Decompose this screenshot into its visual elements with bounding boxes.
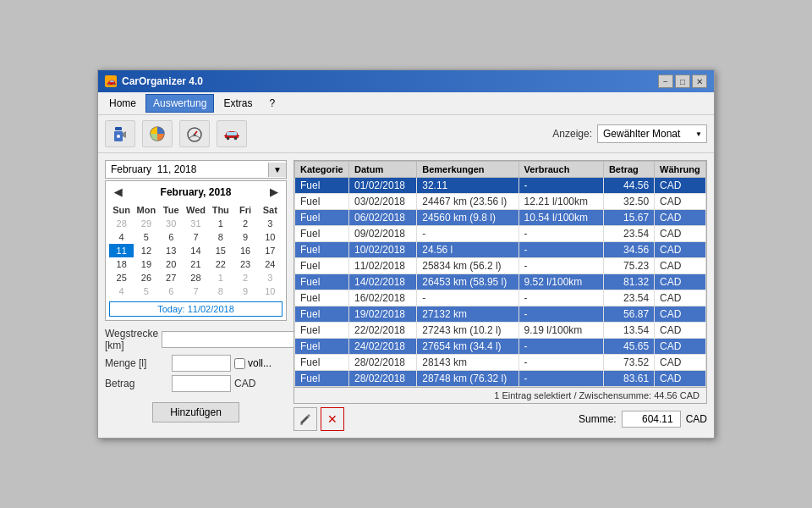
voll-checkbox[interactable] (234, 358, 245, 369)
close-button[interactable]: ✕ (692, 75, 707, 88)
calendar-day[interactable]: 26 (134, 271, 158, 284)
calendar-day[interactable]: 14 (184, 244, 208, 257)
cell-waehrung: CAD (655, 371, 706, 387)
calendar-day[interactable]: 9 (233, 230, 257, 244)
col-header-bemerkungen: Bemerkungen (417, 162, 518, 178)
table-row[interactable]: Fuel28/02/201828748 km (76.32 l)-83.61CA… (295, 371, 706, 387)
anzeige-select[interactable]: Gewählter Monat Aktueller Monat Aktuelle… (597, 124, 707, 143)
form-row-menge: Menge [l] voll... (105, 355, 287, 372)
add-button[interactable]: Hinzufügen (152, 402, 239, 422)
calendar-day[interactable]: 10 (258, 284, 283, 298)
svg-point-2 (117, 135, 120, 138)
today-bar[interactable]: Today: 11/02/2018 (109, 301, 283, 317)
table-row[interactable]: Fuel11/02/201825834 km (56.2 l)-75.23CAD (295, 258, 706, 274)
tool-button-speedometer[interactable] (179, 120, 210, 147)
table-row[interactable]: Fuel03/02/201824467 km (23.56 l)12.21 l/… (295, 194, 706, 210)
cell-waehrung: CAD (655, 258, 706, 274)
table-row[interactable]: Fuel10/02/201824.56 l-34.56CAD (295, 242, 706, 258)
calendar-day[interactable]: 7 (184, 284, 208, 298)
next-month-button[interactable]: ▶ (265, 185, 283, 200)
table-row[interactable]: Fuel14/02/201826453 km (58.95 l)9.52 l/1… (295, 274, 706, 290)
col-header-verbrauch: Verbrauch (518, 162, 603, 178)
calendar-day[interactable]: 11 (109, 244, 134, 257)
calendar-day[interactable]: 29 (134, 217, 158, 230)
calendar-day[interactable]: 2 (233, 271, 257, 284)
calendar-day[interactable]: 1 (208, 217, 233, 230)
calendar-day[interactable]: 31 (184, 217, 208, 230)
cal-header-sat: Sat (258, 203, 283, 217)
calendar-day[interactable]: 28 (184, 271, 208, 284)
table-row[interactable]: Fuel09/02/2018--23.54CAD (295, 226, 706, 242)
calendar-day[interactable]: 2 (233, 217, 257, 230)
cell-datum: 09/02/2018 (348, 226, 416, 242)
calendar-day[interactable]: 24 (258, 257, 283, 271)
cell-verbrauch: 9.52 l/100km (518, 274, 603, 290)
calendar-day[interactable]: 18 (109, 257, 134, 271)
calendar-day[interactable]: 20 (159, 257, 184, 271)
edit-button[interactable] (294, 407, 317, 431)
table-row[interactable]: Fuel24/02/201827654 km (34.4 l)-45.65CAD (295, 339, 706, 355)
calendar-day[interactable]: 22 (208, 257, 233, 271)
calendar-day[interactable]: 27 (159, 271, 184, 284)
svg-rect-1 (115, 127, 122, 130)
table-row[interactable]: Fuel01/02/201832.11-44.56CAD (295, 178, 706, 194)
calendar-day[interactable]: 30 (159, 217, 184, 230)
wegstrecke-input[interactable] (162, 331, 297, 348)
delete-button[interactable]: ✕ (321, 407, 344, 431)
prev-month-button[interactable]: ◀ (109, 185, 127, 200)
minimize-button[interactable]: − (658, 75, 673, 88)
voll-checkbox-label[interactable]: voll... (234, 357, 272, 369)
calendar-day[interactable]: 6 (159, 284, 184, 298)
calendar-day[interactable]: 16 (233, 244, 257, 257)
calendar-day[interactable]: 6 (159, 230, 184, 244)
table-row[interactable]: Fuel16/02/2018--23.54CAD (295, 290, 706, 306)
calendar-day[interactable]: 15 (208, 244, 233, 257)
cell-datum: 19/02/2018 (348, 306, 416, 323)
maximize-button[interactable]: □ (675, 75, 690, 88)
calendar-day[interactable]: 5 (134, 284, 158, 298)
calendar-day[interactable]: 7 (184, 230, 208, 244)
menu-item-home[interactable]: Home (102, 94, 144, 113)
calendar-day[interactable]: 13 (159, 244, 184, 257)
calendar-day[interactable]: 3 (258, 217, 283, 230)
calendar-day[interactable]: 25 (109, 271, 134, 284)
svg-point-7 (227, 137, 230, 141)
betrag-input[interactable] (172, 375, 231, 392)
calendar-day[interactable]: 21 (184, 257, 208, 271)
calendar-day[interactable]: 4 (109, 230, 134, 244)
calendar-day[interactable]: 5 (134, 230, 158, 244)
calendar-day[interactable]: 1 (208, 271, 233, 284)
calendar-day[interactable]: 17 (258, 244, 283, 257)
table-row[interactable]: Fuel06/02/201824560 km (9.8 l)10.54 l/10… (295, 210, 706, 226)
cell-kategorie: Fuel (295, 306, 349, 323)
calendar-day[interactable]: 8 (208, 230, 233, 244)
svg-rect-9 (224, 135, 239, 136)
menu-item-help[interactable]: ? (261, 94, 283, 113)
anzeige-select-wrapper[interactable]: Gewählter Monat Aktueller Monat Aktuelle… (597, 124, 707, 143)
menu-item-extras[interactable]: Extras (216, 94, 260, 113)
table-row[interactable]: Fuel19/02/201827132 km-56.87CAD (295, 306, 706, 323)
calendar-day[interactable]: 12 (134, 244, 158, 257)
tool-button-car[interactable] (217, 120, 247, 147)
calendar-day[interactable]: 4 (109, 284, 134, 298)
cell-bemerkungen: - (417, 226, 518, 242)
tool-button-chart[interactable] (142, 120, 173, 147)
calendar-day[interactable]: 8 (208, 284, 233, 298)
date-picker-dropdown[interactable]: ▼ (268, 163, 286, 177)
tool-button-fuel[interactable] (105, 120, 135, 147)
menu-item-auswertung[interactable]: Auswertung (145, 94, 214, 113)
cell-betrag: 23.54 (603, 290, 654, 306)
date-input[interactable] (106, 161, 268, 178)
calendar-day[interactable]: 9 (233, 284, 257, 298)
calendar-day[interactable]: 28 (109, 217, 134, 230)
menge-input[interactable] (172, 355, 231, 372)
table-row[interactable]: Fuel22/02/201827243 km (10.2 l)9.19 l/10… (295, 323, 706, 339)
data-table-wrapper: Kategorie Datum Bemerkungen Verbrauch Be… (294, 160, 707, 388)
table-row[interactable]: Fuel28/02/201828143 km-73.52CAD (295, 355, 706, 371)
calendar-day[interactable]: 10 (258, 230, 283, 244)
cell-datum: 14/02/2018 (348, 274, 416, 290)
calendar-day[interactable]: 19 (134, 257, 158, 271)
calendar-day[interactable]: 3 (258, 271, 283, 284)
calendar-day[interactable]: 23 (233, 257, 257, 271)
cell-bemerkungen: 28748 km (76.32 l) (417, 371, 518, 387)
